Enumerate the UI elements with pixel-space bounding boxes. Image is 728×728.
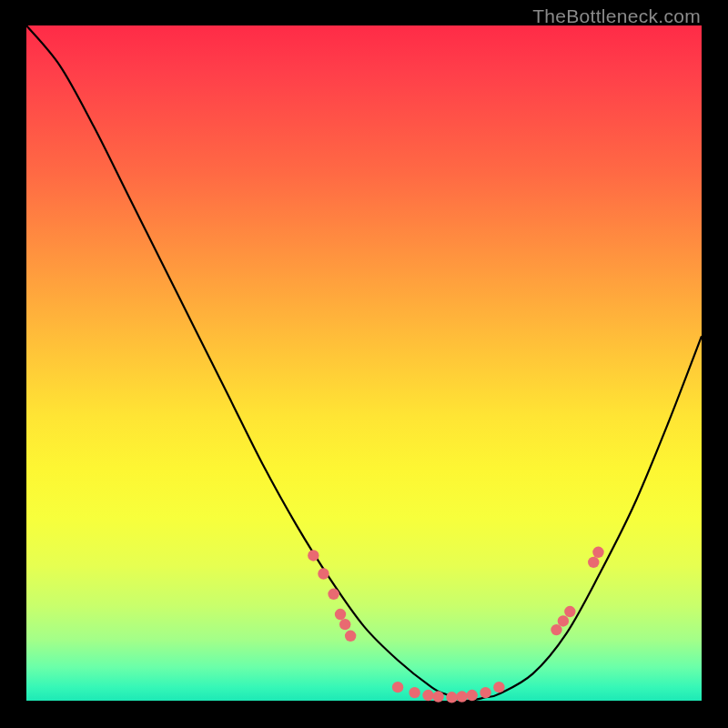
marker-dot [335, 609, 346, 620]
chart-plot-area [26, 25, 702, 701]
marker-dot [422, 690, 433, 701]
marker-dot [345, 631, 356, 642]
marker-dot [339, 619, 350, 630]
marker-dot [392, 682, 403, 693]
marker-dot [456, 691, 467, 702]
marker-dot [308, 550, 318, 561]
marker-dot [493, 682, 504, 693]
marker-dot [328, 589, 339, 600]
marker-dot [446, 692, 457, 703]
marker-dots-group [308, 547, 604, 703]
marker-dot [558, 615, 569, 626]
marker-dot [467, 690, 478, 701]
watermark-text: TheBottleneck.com [532, 5, 701, 27]
marker-dot [480, 687, 490, 698]
marker-dot [432, 691, 443, 702]
marker-dot [318, 568, 329, 579]
bottleneck-curve [26, 25, 702, 701]
marker-dot [564, 606, 575, 617]
marker-dot [409, 687, 420, 698]
marker-dot [588, 557, 599, 568]
chart-svg [26, 25, 702, 701]
marker-dot [592, 547, 603, 558]
